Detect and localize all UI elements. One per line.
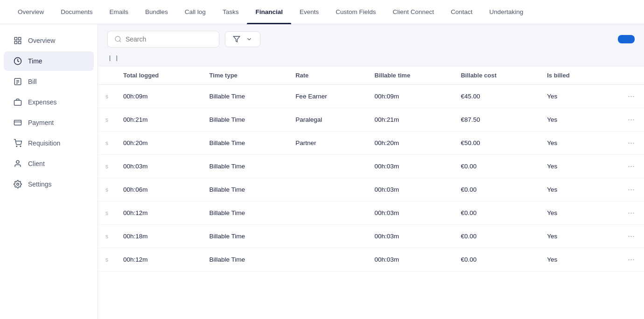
client-icon xyxy=(13,159,22,168)
col-header-time-type: Time type xyxy=(202,66,288,85)
search-input[interactable] xyxy=(126,35,212,43)
col-header-rate: Rate xyxy=(288,66,367,85)
row-total-logged: 00h:03m xyxy=(116,155,202,178)
top-nav-item-events[interactable]: Events xyxy=(291,0,327,24)
settings-icon xyxy=(13,180,22,189)
svg-point-16 xyxy=(115,36,120,42)
filter-icon xyxy=(233,35,240,43)
top-nav-item-overview[interactable]: Overview xyxy=(9,0,52,24)
row-rate xyxy=(288,225,367,248)
top-nav-item-client-connect[interactable]: Client Connect xyxy=(384,0,442,24)
table-row[interactable]: s 00h:18m Billable Time 00h:03m €0.00 Ye… xyxy=(98,225,644,248)
row-time-type: Billable Time xyxy=(202,248,288,271)
row-is-billed: Yes xyxy=(539,225,603,248)
row-time-type: Billable Time xyxy=(202,132,288,155)
row-actions-menu[interactable]: ··· xyxy=(603,132,644,155)
row-rate: Paralegal xyxy=(288,108,367,132)
filter-button[interactable] xyxy=(225,31,260,47)
row-actions-menu[interactable]: ··· xyxy=(603,85,644,108)
row-billable-time: 00h:03m xyxy=(367,178,454,201)
sidebar-item-bill[interactable]: Bill xyxy=(4,72,94,91)
row-rate xyxy=(288,248,367,271)
payment-icon xyxy=(13,118,22,127)
row-rate xyxy=(288,155,367,178)
row-actions-menu[interactable]: ··· xyxy=(603,108,644,132)
top-nav-item-call-log[interactable]: Call log xyxy=(176,0,214,24)
svg-point-12 xyxy=(16,146,17,147)
row-billable-cost: €50.00 xyxy=(453,132,539,155)
col-header-actions xyxy=(603,66,644,85)
row-id: s xyxy=(98,248,116,271)
row-actions-menu[interactable]: ··· xyxy=(603,225,644,248)
sidebar-item-overview[interactable]: Overview xyxy=(4,31,94,50)
sidebar-item-time[interactable]: Time xyxy=(4,51,94,71)
row-id: s xyxy=(98,132,116,155)
row-billable-time: 00h:21m xyxy=(367,108,454,132)
top-nav-item-tasks[interactable]: Tasks xyxy=(214,0,247,24)
table-row[interactable]: s 00h:12m Billable Time 00h:03m €0.00 Ye… xyxy=(98,201,644,225)
row-actions-menu[interactable]: ··· xyxy=(603,178,644,201)
svg-rect-1 xyxy=(19,37,21,40)
table-row[interactable]: s 00h:09m Billable Time Fee Earner 00h:0… xyxy=(98,85,644,108)
sidebar-item-settings[interactable]: Settings xyxy=(4,174,94,194)
row-time-type: Billable Time xyxy=(202,201,288,225)
row-actions-menu[interactable]: ··· xyxy=(603,201,644,225)
row-billable-cost: €87.50 xyxy=(453,108,539,132)
search-box xyxy=(107,31,219,48)
table-row[interactable]: s 00h:06m Billable Time 00h:03m €0.00 Ye… xyxy=(98,178,644,201)
sidebar-item-client[interactable]: Client xyxy=(4,154,94,173)
row-actions-menu[interactable]: ··· xyxy=(603,155,644,178)
svg-rect-2 xyxy=(19,42,21,44)
table-row[interactable]: s 00h:12m Billable Time 00h:03m €0.00 Ye… xyxy=(98,248,644,271)
top-nav-item-undertaking[interactable]: Undertaking xyxy=(481,0,532,24)
sidebar-item-expenses[interactable]: Expenses xyxy=(4,92,94,112)
svg-rect-9 xyxy=(14,100,21,105)
row-time-type: Billable Time xyxy=(202,155,288,178)
row-total-logged: 00h:12m xyxy=(116,248,202,271)
row-rate xyxy=(288,178,367,201)
top-nav-item-bundles[interactable]: Bundles xyxy=(137,0,176,24)
add-time-button[interactable] xyxy=(618,35,635,43)
row-billable-time: 00h:03m xyxy=(367,155,454,178)
row-total-logged: 00h:18m xyxy=(116,225,202,248)
expenses-icon xyxy=(13,97,22,107)
row-is-billed: Yes xyxy=(539,178,603,201)
top-nav-item-contact[interactable]: Contact xyxy=(442,0,481,24)
col-header-billable-cost: Billable cost xyxy=(453,66,539,85)
chevron-down-icon xyxy=(246,36,252,42)
row-is-billed: Yes xyxy=(539,132,603,155)
sidebar-item-label: Settings xyxy=(28,180,52,188)
list-icon xyxy=(13,36,22,45)
svg-point-13 xyxy=(20,146,21,147)
table-row[interactable]: s 00h:03m Billable Time 00h:03m €0.00 Ye… xyxy=(98,155,644,178)
top-navigation: OverviewDocumentsEmailsBundlesCall logTa… xyxy=(0,0,644,24)
sidebar-item-label: Overview xyxy=(28,37,55,44)
row-total-logged: 00h:09m xyxy=(116,85,202,108)
row-total-logged: 00h:12m xyxy=(116,201,202,225)
table-row[interactable]: s 00h:21m Billable Time Paralegal 00h:21… xyxy=(98,108,644,132)
col-header-billable-time: Billable time xyxy=(367,66,454,85)
top-nav-item-financial[interactable]: Financial xyxy=(247,0,291,24)
top-nav-item-emails[interactable]: Emails xyxy=(101,0,137,24)
time-table-container: Total logged Time type Rate Billable tim… xyxy=(98,66,644,319)
row-billable-time: 00h:20m xyxy=(367,132,454,155)
row-actions-menu[interactable]: ··· xyxy=(603,248,644,271)
sidebar-item-label: Payment xyxy=(28,119,54,126)
row-is-billed: Yes xyxy=(539,85,603,108)
row-billable-cost: €0.00 xyxy=(453,225,539,248)
sidebar-item-payment[interactable]: Payment xyxy=(4,113,94,132)
top-nav-item-custom-fields[interactable]: Custom Fields xyxy=(327,0,384,24)
main-layout: Overview Time Bill Expenses Payment Requ… xyxy=(0,24,644,319)
row-is-billed: Yes xyxy=(539,201,603,225)
row-id: s xyxy=(98,201,116,225)
sidebar-item-requisition[interactable]: Requisition xyxy=(4,133,94,153)
table-row[interactable]: s 00h:20m Billable Time Partner 00h:20m … xyxy=(98,132,644,155)
row-id: s xyxy=(98,155,116,178)
row-billable-cost: €45.00 xyxy=(453,85,539,108)
top-nav-item-documents[interactable]: Documents xyxy=(52,0,101,24)
row-time-type: Billable Time xyxy=(202,85,288,108)
row-billable-cost: €0.00 xyxy=(453,201,539,225)
time-table: Total logged Time type Rate Billable tim… xyxy=(98,66,644,271)
row-is-billed: Yes xyxy=(539,108,603,132)
row-billable-cost: €0.00 xyxy=(453,178,539,201)
